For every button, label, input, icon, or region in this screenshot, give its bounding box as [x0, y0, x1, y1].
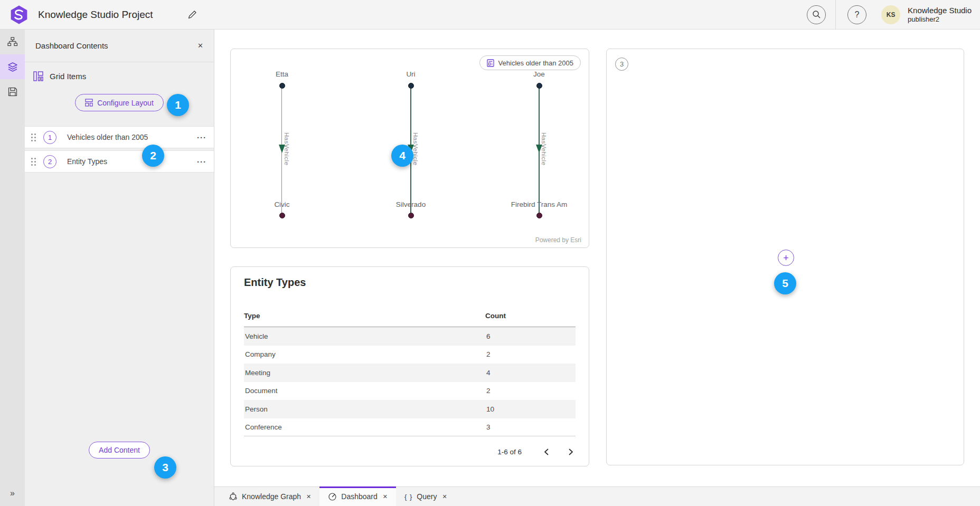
configure-layout-button[interactable]: Configure Layout	[75, 94, 164, 111]
cell-count: 10	[485, 405, 494, 413]
slot-number-badge: 3	[615, 58, 628, 71]
add-widget-button[interactable]: +	[778, 250, 794, 266]
knowledge-graph-icon	[229, 492, 238, 501]
drag-handle-icon[interactable]	[31, 133, 36, 141]
person-node[interactable]	[408, 83, 414, 89]
item-options-icon[interactable]: ···	[197, 157, 206, 166]
vehicle-node[interactable]	[408, 213, 414, 218]
cell-type: Meeting	[244, 369, 270, 377]
person-node[interactable]	[536, 83, 542, 89]
edge-label: HasVehicle	[541, 132, 547, 166]
project-title: Knowledge Studio Project	[38, 9, 153, 21]
cell-count: 2	[485, 387, 491, 395]
cell-type: Person	[244, 405, 268, 413]
pagination: 1-6 of 6	[497, 446, 576, 457]
grid-items-icon	[33, 71, 43, 81]
search-icon	[812, 10, 821, 19]
table-row: Company 2	[244, 346, 576, 364]
tab-knowledge-graph[interactable]: Knowledge Graph ✕	[220, 487, 319, 506]
tab-query[interactable]: { } Query ✕	[396, 487, 456, 506]
card-title: Entity Types	[244, 276, 306, 289]
item-label: Entity Types	[67, 157, 107, 166]
item-label: Vehicles older than 2005	[67, 133, 148, 141]
item-number-badge: 1	[43, 131, 56, 144]
user-role: publisher2	[908, 15, 972, 24]
drag-handle-icon[interactable]	[31, 158, 36, 166]
cell-type: Company	[244, 350, 276, 358]
step-badge-5: 5	[774, 272, 796, 294]
cell-count: 6	[485, 332, 491, 340]
avatar-initials: KS	[887, 11, 896, 18]
edit-title-pencil-icon[interactable]	[185, 7, 200, 22]
app-logo-icon	[10, 5, 29, 24]
next-page-button[interactable]	[567, 446, 576, 457]
cell-type: Vehicle	[244, 332, 268, 340]
help-button[interactable]: ?	[847, 5, 866, 24]
rail-item-contents[interactable]	[0, 54, 25, 79]
page-range-label: 1-6 of 6	[497, 448, 522, 456]
configure-layout-label: Configure Layout	[97, 99, 154, 107]
cell-type: Document	[244, 387, 278, 395]
item-options-icon[interactable]: ···	[197, 133, 206, 142]
cell-count: 2	[485, 350, 491, 358]
rail-item-model[interactable]	[0, 30, 25, 54]
tab-dashboard[interactable]: Dashboard ✕	[319, 487, 396, 506]
esri-attribution: Powered by Esri	[535, 236, 581, 244]
close-tab-icon[interactable]: ✕	[442, 493, 447, 500]
close-tab-icon[interactable]: ✕	[306, 493, 311, 500]
table-row: Document 2	[244, 382, 576, 400]
search-button[interactable]	[807, 5, 826, 24]
divider	[835, 0, 836, 30]
panel-title: Dashboard Contents	[35, 41, 108, 50]
list-item-entity-types[interactable]: 2 Entity Types ···	[25, 150, 214, 173]
list-item-vehicles[interactable]: 1 Vehicles older than 2005 ···	[25, 126, 214, 148]
step-badge-4: 4	[391, 145, 413, 167]
dashboard-gauge-icon	[328, 492, 337, 501]
table-row: Person 10	[244, 400, 576, 418]
cell-count: 3	[485, 423, 491, 431]
grid-items-list: 1 Vehicles older than 2005 ··· 2 Entity …	[25, 126, 214, 173]
grid-items-label: Grid Items	[50, 72, 86, 81]
step-badge-1: 1	[167, 94, 189, 116]
previous-page-button[interactable]	[542, 446, 551, 457]
tab-label: Dashboard	[341, 492, 378, 501]
braces-icon: { }	[404, 493, 412, 501]
view-tab-bar: Knowledge Graph ✕ Dashboard ✕ { } Query …	[214, 486, 980, 506]
expand-rail-button[interactable]: »	[0, 485, 25, 502]
vehicle-node-label: Firebird Trans Am	[511, 201, 568, 208]
save-icon	[8, 87, 17, 97]
table-row: Meeting 4	[244, 364, 576, 382]
panel-header: Dashboard Contents ✕	[25, 30, 214, 62]
add-content-button[interactable]: Add Content	[89, 442, 150, 459]
close-panel-button[interactable]: ✕	[195, 40, 205, 52]
user-name: Knowledge Studio	[908, 6, 972, 15]
vehicle-node[interactable]	[279, 213, 285, 218]
layers-icon	[7, 62, 18, 72]
user-menu[interactable]: Knowledge Studio publisher2	[908, 6, 972, 24]
vehicle-node-label: Silverado	[396, 201, 426, 208]
entity-types-table: Type Count Vehicle 6 Company 2 Meeting 4…	[244, 305, 576, 436]
rail-item-save[interactable]	[0, 79, 25, 104]
double-chevron-icon: »	[10, 489, 15, 498]
tab-label: Query	[417, 492, 437, 501]
hierarchy-icon	[7, 37, 17, 47]
edge-label: HasVehicle	[284, 132, 290, 166]
chevron-left-icon	[544, 448, 549, 455]
cell-count: 4	[485, 369, 491, 377]
table-row: Vehicle 6	[244, 327, 576, 346]
close-tab-icon[interactable]: ✕	[383, 493, 388, 500]
person-node[interactable]	[279, 83, 285, 89]
vehicle-node-label: Civic	[274, 201, 289, 208]
avatar[interactable]: KS	[881, 5, 900, 24]
filter-chip-label: Vehicles older than 2005	[498, 59, 573, 67]
help-icon: ?	[855, 10, 860, 20]
column-header-type: Type	[244, 312, 260, 320]
active-tab-indicator	[319, 486, 396, 488]
app-window: Knowledge Studio Project ? KS Knowledge …	[0, 0, 980, 506]
person-node-label: Uri	[406, 70, 415, 78]
cell-type: Conference	[244, 423, 282, 431]
filter-chip[interactable]: Vehicles older than 2005	[479, 55, 581, 70]
vehicle-node[interactable]	[536, 213, 542, 218]
table-header: Type Count	[244, 305, 576, 327]
close-icon: ✕	[197, 42, 203, 50]
